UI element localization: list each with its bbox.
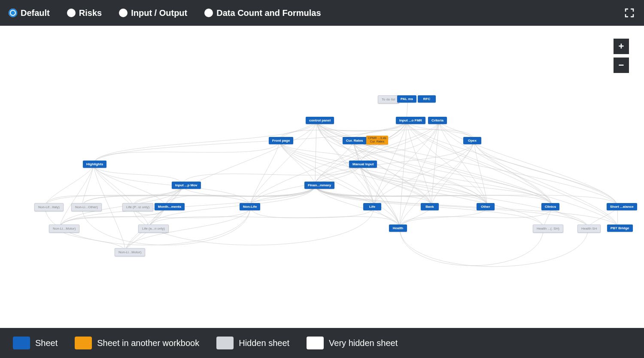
legend-swatch: [307, 337, 324, 349]
legend-bar: SheetSheet in another workbookHidden she…: [0, 328, 644, 358]
node-currates[interactable]: Cur. Rates: [343, 137, 367, 144]
legend-swatch: [216, 337, 234, 349]
fullscreen-button[interactable]: [623, 7, 635, 19]
legend-item-hidden-s: Hidden sheet: [216, 337, 289, 349]
node-nonlfitaly[interactable]: Non-Lif...Italy): [34, 203, 64, 211]
node-lifeonly2[interactable]: Life (a...n only): [138, 225, 169, 233]
node-inputfmr[interactable]: Input ...o FMR: [396, 117, 425, 124]
node-lifeponly[interactable]: Life (P...iz only): [122, 203, 153, 211]
node-shortalance[interactable]: Short ...alance: [607, 203, 637, 210]
zoom-out-button[interactable]: −: [614, 58, 629, 73]
node-todo[interactable]: To do list: [378, 95, 399, 103]
legend-label: Hidden sheet: [239, 338, 289, 348]
node-inputmov[interactable]: Input ...p Mov: [172, 182, 201, 189]
node-nonlimotor[interactable]: Non-Li...Motor): [49, 225, 79, 233]
node-healthlsh[interactable]: Health ...(. SH): [533, 225, 563, 233]
legend-label: Sheet in another workbook: [97, 338, 199, 348]
top-toolbar: DefaultRisksInput / OutputData Count and…: [0, 0, 644, 26]
node-nonliother[interactable]: Non-Li...Other): [71, 203, 102, 211]
view-option-label: Default: [21, 8, 50, 18]
radio-icon: [204, 9, 213, 17]
node-bank[interactable]: Bank: [421, 203, 439, 210]
radio-icon: [67, 9, 76, 17]
legend-label: Very hidden sheet: [329, 338, 398, 348]
node-nonlimotor2[interactable]: Non-Li...Motor): [115, 248, 145, 256]
legend-swatch: [75, 337, 92, 349]
edges-layer: [0, 26, 644, 328]
node-life[interactable]: Life: [363, 203, 381, 210]
legend-swatch: [13, 337, 30, 349]
node-opex[interactable]: Opex: [463, 137, 481, 144]
node-nonlife[interactable]: Non-Life: [240, 203, 260, 210]
node-healthsh[interactable]: Health SH: [577, 225, 601, 233]
view-option-label: Data Count and Formulas: [216, 8, 321, 18]
node-finan[interactable]: Finan...mmary: [304, 182, 334, 189]
node-palms[interactable]: PAL ms: [397, 95, 416, 103]
node-control[interactable]: control panel: [306, 117, 334, 124]
node-clinics[interactable]: Clinics: [541, 203, 559, 210]
radio-icon: [119, 9, 128, 17]
legend-item-very-hidden: Very hidden sheet: [307, 337, 398, 349]
radio-icon: [9, 9, 17, 17]
node-manual[interactable]: Manual Input: [349, 161, 377, 168]
legend-item-external: Sheet in another workbook: [75, 337, 199, 349]
node-criteria[interactable]: Criteria: [428, 117, 447, 124]
view-option-risks[interactable]: Risks: [67, 8, 102, 18]
diagram-canvas[interactable]: To do listPAL msRFCcontrol panelInput ..…: [0, 26, 644, 328]
legend-label: Sheet: [35, 338, 58, 348]
view-option-default[interactable]: Default: [9, 8, 50, 18]
node-cpmr[interactable]: CPMR ...3.xlsCur. Rates: [366, 136, 388, 145]
node-pbtbridge[interactable]: PBT Bridge: [607, 225, 633, 232]
view-option-input-output[interactable]: Input / Output: [119, 8, 187, 18]
legend-item-sheet: Sheet: [13, 337, 58, 349]
view-option-label: Risks: [79, 8, 102, 18]
node-health[interactable]: Health: [389, 225, 407, 232]
node-highlights[interactable]: Highlights: [83, 161, 106, 168]
zoom-in-button[interactable]: +: [614, 39, 629, 54]
view-option-data-count-and-formulas[interactable]: Data Count and Formulas: [204, 8, 321, 18]
node-frontpage[interactable]: Front page: [269, 137, 293, 144]
node-monthments[interactable]: Month...ments: [155, 203, 185, 210]
node-other[interactable]: Other: [477, 203, 495, 210]
view-mode-radio-group: DefaultRisksInput / OutputData Count and…: [9, 8, 321, 18]
node-rfc[interactable]: RFC: [418, 95, 436, 103]
zoom-controls: + −: [614, 39, 629, 73]
view-option-label: Input / Output: [131, 8, 187, 18]
expand-icon: [624, 8, 635, 18]
